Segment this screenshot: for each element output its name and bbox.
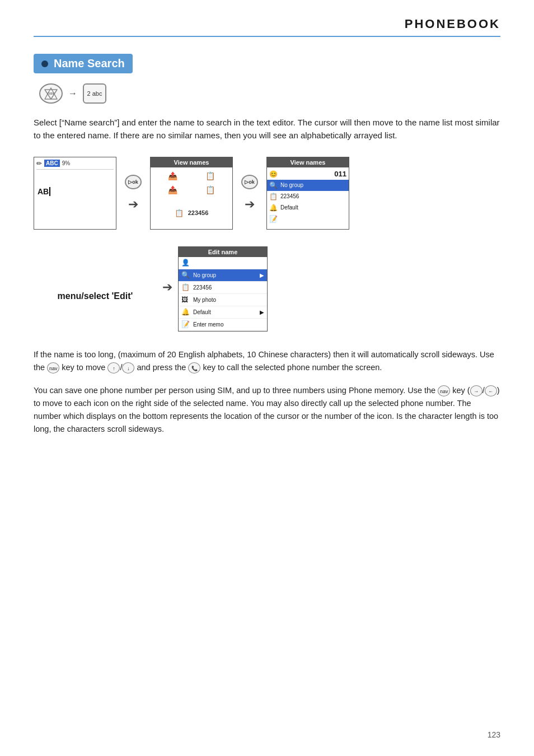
- screen3-group-label: No group: [280, 182, 303, 188]
- book-icon-2: 📋: [205, 185, 215, 194]
- screen3-row-phone: 📋 223456: [267, 191, 349, 202]
- screen1-content: AB: [36, 172, 114, 211]
- memo-edit-icon: 📝: [181, 320, 190, 328]
- screen3-phone: 223456: [280, 193, 299, 199]
- description-text: Select [“Name search”] and enter the nam…: [34, 116, 500, 142]
- arrow-1-symbol: ➔: [128, 197, 138, 212]
- screen3-row-ringtone: 🔔 Default: [267, 202, 349, 213]
- call-key-icon: 📞: [188, 362, 200, 374]
- key-diagram: nav → 2 abc: [39, 83, 500, 104]
- edit-ringtone-text: Default: [193, 309, 257, 315]
- screen3-number: 011: [334, 170, 346, 178]
- screen3-row-group: 🔍 No group: [267, 180, 349, 191]
- edit-photo-text: My photo: [193, 297, 264, 303]
- photo-edit-icon: 🖼: [181, 296, 190, 304]
- arrow2: ▷ok ➔: [233, 157, 266, 230]
- contacts-icon-2: 📤: [168, 185, 177, 194]
- body-text-2: You can save one phone number per person…: [34, 384, 500, 436]
- edit-row-memo: 📝 Enter memo: [179, 319, 267, 331]
- abc-mode: ABC: [44, 160, 60, 167]
- nav-key-icon: nav: [39, 83, 63, 104]
- edit-row-ringtone: 🔔 Default ▶: [179, 306, 267, 319]
- screen3-row-photo: 😊 011: [267, 169, 349, 180]
- screen-view-names-2: View names 😊 011 🔍 No group 📋 223456 🔔 D…: [266, 157, 349, 230]
- screen-view-names-1: View names 📤 📋 📤 📋 📋 223456: [150, 157, 233, 230]
- lower-diagram: menu/select 'Edit' ➔ Edit name 👤 🔍 No gr…: [34, 246, 500, 332]
- memo-icon: 📝: [269, 215, 278, 223]
- edit-row-phone: 📋 223456: [179, 282, 267, 294]
- key-2abc: 2 abc: [83, 83, 106, 104]
- key-2abc-label: 2 abc: [87, 90, 102, 97]
- book-icon-bottom: 📋: [175, 209, 184, 217]
- group-icon-edit: 🔍: [181, 271, 190, 279]
- ok-label-2: ▷ok: [245, 179, 255, 185]
- screen2-title: View names: [151, 157, 232, 167]
- left-key-icon: ←: [485, 385, 497, 396]
- ok-button-1: ▷ok: [125, 175, 142, 189]
- section-dot: [41, 60, 48, 67]
- phone-edit-icon: 📋: [181, 283, 190, 291]
- person-icon: 👤: [181, 259, 190, 267]
- down-key-icon: ↓: [122, 362, 134, 374]
- ringtone-arrow-icon: ▶: [260, 309, 264, 315]
- lower-arrow: ➔: [162, 246, 172, 295]
- edit-memo-text: Enter memo: [193, 321, 264, 328]
- screen3-title: View names: [267, 157, 349, 167]
- page-number: 123: [488, 730, 500, 739]
- ringtone-edit-icon: 🔔: [181, 308, 190, 316]
- up-key-icon: ↑: [107, 362, 120, 374]
- diagram-arrow: →: [68, 88, 77, 99]
- ok-label-1: ▷ok: [128, 179, 138, 185]
- pencil-icon: ✏: [36, 160, 42, 167]
- screen3-row-memo: 📝: [267, 213, 349, 225]
- ringtone-icon: 🔔: [269, 204, 278, 212]
- group-icon: 🔍: [269, 181, 278, 189]
- screen3-body: 😊 011 🔍 No group 📋 223456 🔔 Default 📝: [267, 167, 349, 226]
- screen2-body: 📤 📋 📤 📋 📋 223456: [151, 167, 232, 220]
- edit-phone-text: 223456: [193, 284, 264, 291]
- ok-button-2: ▷ok: [241, 175, 258, 189]
- arrow1: ▷ok ➔: [116, 157, 150, 230]
- contacts-icon-1: 📤: [168, 171, 177, 180]
- smiley-icon: 😊: [269, 170, 278, 178]
- percent-mode: 9%: [62, 160, 70, 166]
- section-heading: Name Search: [34, 54, 133, 73]
- book-icon-1: 📋: [205, 171, 215, 180]
- edit-row-group: 🔍 No group ▶: [179, 269, 267, 282]
- body-text-1: If the name is too long, (maximum of 20 …: [34, 348, 500, 374]
- screen-text-editor: ✏ ABC 9% AB: [34, 157, 116, 230]
- edit-title-bar: Edit name: [179, 247, 267, 257]
- edit-group-text: No group: [193, 272, 257, 278]
- screen3-ringtone: Default: [280, 204, 298, 211]
- screen1-topbar: ✏ ABC 9%: [36, 160, 114, 170]
- svg-text:nav: nav: [48, 91, 54, 95]
- phone-icon: 📋: [269, 193, 278, 200]
- cursor-text: AB: [38, 187, 50, 196]
- section-heading-text: Name Search: [54, 57, 125, 70]
- screen2-icons-row2: 📤 📋: [154, 184, 229, 196]
- screen2-number: 223456: [188, 209, 209, 216]
- edit-row-person: 👤: [179, 257, 267, 269]
- group-arrow-icon: ▶: [260, 272, 264, 278]
- page-header: PHONEBOOK: [34, 17, 500, 37]
- diagram-area-top: ✏ ABC 9% AB ▷ok ➔ View names 📤 📋 📤 📋: [34, 157, 500, 230]
- page-title: PHONEBOOK: [405, 17, 500, 31]
- lower-arrow-symbol: ➔: [162, 280, 172, 295]
- nav-key-ref-2: nav: [438, 385, 450, 396]
- screen2-icons-row1: 📤 📋: [154, 170, 229, 182]
- nav-key-ref-1: nav: [47, 362, 59, 374]
- screen2-bottom-content: 📋 223456: [175, 209, 209, 217]
- edit-row-photo: 🖼 My photo: [179, 294, 267, 306]
- lower-left-spacer: menu/select 'Edit': [34, 246, 157, 301]
- right-key-icon: →: [470, 385, 483, 396]
- menu-label: menu/select 'Edit': [58, 291, 133, 301]
- screen2-bottom: 📋 223456: [154, 198, 229, 217]
- arrow-2-symbol: ➔: [245, 197, 255, 212]
- screen-edit-name: Edit name 👤 🔍 No group ▶ 📋 223456 🖼 My p…: [178, 246, 268, 332]
